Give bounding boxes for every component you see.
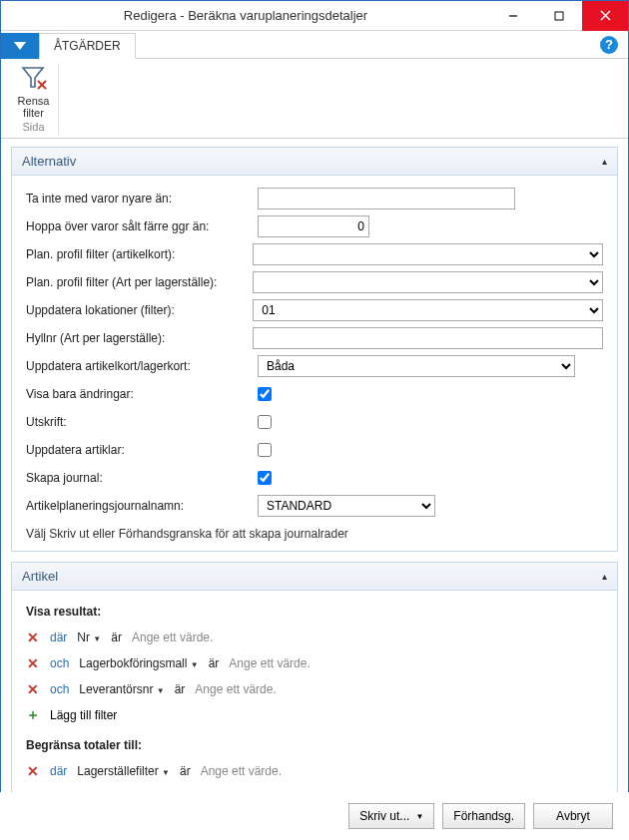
chevron-down-icon: ▼	[157, 686, 165, 695]
panel-title: Artikel	[22, 569, 58, 584]
filter-value[interactable]: Ange ett värde.	[229, 656, 310, 670]
help-icon[interactable]: ?	[590, 31, 628, 58]
filter-field[interactable]: Nr ▼	[77, 630, 101, 644]
print-button[interactable]: Skriv ut... ▼	[348, 803, 434, 829]
remove-filter-icon[interactable]: ✕	[26, 655, 40, 671]
label-hyllnr: Hyllnr (Art per lagerställe):	[26, 331, 253, 345]
label-skapa-journal: Skapa journal:	[26, 471, 258, 485]
section-visa-resultat: Visa resultat:	[26, 605, 603, 619]
filter-keyword: och	[50, 682, 69, 696]
label-plan-profile-art-per: Plan. profil filter (Art per lagerställe…	[26, 275, 253, 289]
add-filter-row[interactable]: ＋ Lägg till filter	[26, 702, 603, 728]
filter-value[interactable]: Ange ett värde.	[195, 682, 276, 696]
filter-keyword: där	[50, 764, 67, 778]
label-update-artikelkort: Uppdatera artikelkort/lagerkort:	[26, 359, 258, 373]
checkbox-skapa-journal[interactable]	[258, 471, 272, 485]
label-sold-fewer: Hoppa över varor sålt färre ggr än:	[26, 219, 258, 233]
label-uppdatera-artiklar: Uppdatera artiklar:	[26, 443, 258, 457]
ribbon-tabs: ÅTGÄRDER ?	[1, 31, 628, 59]
filter-keyword: och	[50, 656, 69, 670]
label-visa-bara: Visa bara ändringar:	[26, 387, 258, 401]
chevron-down-icon: ▼	[415, 812, 423, 821]
select-update-locations[interactable]: 01	[253, 299, 603, 321]
label-journal-name: Artikelplaneringsjournalnamn:	[26, 499, 258, 513]
filter-row: ✕ och Leverantörsnr ▼ är Ange ett värde.	[26, 676, 603, 702]
window-buttons	[490, 1, 628, 31]
filter-row: ✕ där Lagerställefilter ▼ är Ange ett vä…	[26, 758, 603, 784]
file-tab[interactable]	[1, 33, 39, 59]
input-hyllnr[interactable]	[253, 327, 603, 349]
close-button[interactable]	[582, 1, 628, 31]
filter-keyword: där	[50, 630, 67, 644]
filter-field[interactable]: Lagerställefilter ▼	[77, 764, 170, 778]
chevron-up-icon: ▴	[602, 571, 607, 582]
add-filter-label: Lägg till filter	[50, 708, 117, 722]
filter-field[interactable]: Lagerbokföringsmall ▼	[79, 656, 198, 670]
filter-is: är	[209, 656, 220, 670]
input-sold-fewer[interactable]	[258, 215, 369, 237]
clear-filter-label: Rensa filter	[18, 95, 50, 119]
panel-alternativ: Alternativ ▴ Ta inte med varor nyare än:…	[11, 147, 618, 552]
preview-button[interactable]: Förhandsg.	[442, 803, 525, 829]
filter-field[interactable]: Leverantörsnr ▼	[79, 682, 164, 696]
remove-filter-icon[interactable]: ✕	[26, 681, 40, 697]
checkbox-uppdatera-artiklar[interactable]	[258, 443, 272, 457]
panel-body-alternativ: Ta inte med varor nyare än: Hoppa över v…	[12, 176, 617, 551]
panel-body-artikel: Visa resultat: ✕ där Nr ▼ är Ange ett vä…	[12, 591, 617, 820]
footer: Skriv ut... ▼ Förhandsg. Avbryt	[0, 792, 629, 840]
filter-row: ✕ där Nr ▼ är Ange ett värde.	[26, 625, 603, 650]
chevron-up-icon: ▴	[602, 156, 607, 167]
chevron-down-icon: ▼	[162, 768, 170, 777]
filter-is: är	[111, 630, 122, 644]
ribbon-body: Rensa filter Sida	[1, 59, 628, 139]
svg-rect-1	[555, 12, 563, 20]
label-plan-profile-artikelkort: Plan. profil filter (artikelkort):	[26, 247, 253, 261]
chevron-down-icon: ▼	[191, 660, 199, 669]
funnel-clear-icon	[20, 63, 48, 93]
titlebar: Redigera - Beräkna varuplaneringsdetalje…	[1, 1, 628, 31]
label-newer-than: Ta inte med varor nyare än:	[26, 192, 258, 206]
filter-value[interactable]: Ange ett värde.	[201, 764, 282, 778]
select-update-artikelkort[interactable]: Båda	[258, 355, 575, 377]
section-begransa: Begränsa totaler till:	[26, 738, 603, 752]
label-utskrift: Utskrift:	[26, 415, 258, 429]
remove-filter-icon[interactable]: ✕	[26, 630, 40, 645]
input-newer-than[interactable]	[258, 188, 515, 210]
content: Alternativ ▴ Ta inte med varor nyare än:…	[1, 139, 628, 839]
select-journal-name[interactable]: STANDARD	[258, 495, 435, 517]
panel-header-artikel[interactable]: Artikel ▴	[12, 563, 617, 591]
panel-header-alternativ[interactable]: Alternativ ▴	[12, 148, 617, 176]
add-filter-icon: ＋	[26, 706, 40, 724]
window-title: Redigera - Beräkna varuplaneringsdetalje…	[1, 8, 490, 23]
panel-title: Alternativ	[22, 154, 76, 169]
select-plan-profile-art-per[interactable]	[253, 271, 603, 293]
panel-artikel: Artikel ▴ Visa resultat: ✕ där Nr ▼ är A…	[11, 562, 618, 821]
checkbox-visa-bara[interactable]	[258, 387, 272, 401]
note-text: Välj Skriv ut eller Förhandsgranska för …	[26, 527, 603, 541]
checkbox-utskrift[interactable]	[258, 415, 272, 429]
svg-marker-4	[14, 42, 26, 50]
filter-is: är	[180, 764, 191, 778]
tab-actions[interactable]: ÅTGÄRDER	[39, 33, 136, 59]
chevron-down-icon: ▼	[93, 634, 101, 643]
label-update-locations: Uppdatera lokationer (filter):	[26, 303, 253, 317]
cancel-button[interactable]: Avbryt	[533, 803, 613, 829]
clear-filter-button[interactable]: Rensa filter Sida	[9, 63, 59, 135]
maximize-button[interactable]	[536, 1, 582, 31]
select-plan-profile-artikelkort[interactable]	[253, 243, 603, 265]
filter-value[interactable]: Ange ett värde.	[132, 630, 213, 644]
filter-row: ✕ och Lagerbokföringsmall ▼ är Ange ett …	[26, 650, 603, 676]
ribbon-group-caption: Sida	[22, 121, 44, 133]
remove-filter-icon[interactable]: ✕	[26, 763, 40, 779]
filter-is: är	[175, 682, 186, 696]
minimize-button[interactable]	[490, 1, 536, 31]
print-button-label: Skriv ut...	[359, 809, 409, 823]
